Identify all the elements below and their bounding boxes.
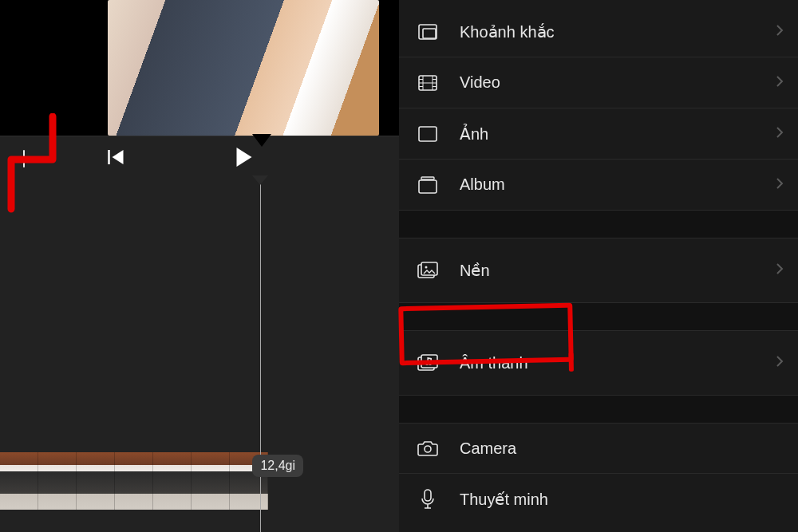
preview-area xyxy=(0,0,399,136)
menu-item-moments[interactable]: Khoảnh khắc xyxy=(399,6,798,57)
menu-item-background[interactable]: Nền xyxy=(399,238,798,303)
menu-item-voiceover[interactable]: Thuyết minh xyxy=(399,474,798,525)
menu-item-album[interactable]: Album xyxy=(399,160,798,211)
section-divider xyxy=(399,396,798,423)
media-source-menu: Khoảnh khắc Video Ảnh xyxy=(399,0,798,532)
menu-label: Camera xyxy=(460,439,784,458)
background-icon xyxy=(417,262,439,279)
svg-rect-1 xyxy=(423,29,436,38)
svg-point-11 xyxy=(425,446,431,452)
menu-item-camera[interactable]: Camera xyxy=(399,423,798,474)
menu-label: Ảnh xyxy=(460,124,776,144)
clip-thumb[interactable] xyxy=(0,452,38,510)
menu-label: Âm thanh xyxy=(460,354,776,372)
menu-section-audio: Âm thanh xyxy=(399,330,798,396)
menu-section-media: Khoảnh khắc Video Ảnh xyxy=(399,0,798,211)
editor-pane: 12,4gi xyxy=(0,0,399,532)
svg-rect-3 xyxy=(419,127,437,141)
preview-thumbnail[interactable] xyxy=(108,0,379,136)
clip-thumb[interactable] xyxy=(115,452,153,510)
camera-icon xyxy=(417,440,439,456)
menu-label: Khoảnh khắc xyxy=(460,22,776,41)
clip-duration-badge: 12,4gi xyxy=(252,455,303,477)
chevron-right-icon xyxy=(776,262,784,278)
svg-rect-10 xyxy=(421,355,437,368)
add-media-button[interactable] xyxy=(6,141,41,176)
clip-thumb[interactable] xyxy=(153,452,192,510)
skip-back-icon xyxy=(106,156,127,169)
chevron-right-icon xyxy=(776,177,784,193)
menu-item-audio[interactable]: Âm thanh xyxy=(399,330,798,396)
clip-thumb[interactable] xyxy=(38,452,77,510)
photo-icon xyxy=(417,126,439,142)
menu-label: Thuyết minh xyxy=(460,490,784,509)
menu-label: Album xyxy=(460,175,776,194)
clip-filmstrip[interactable] xyxy=(0,452,271,510)
moments-icon xyxy=(417,24,439,40)
timeline-track-spacer xyxy=(0,510,399,532)
transport-controls xyxy=(0,136,399,180)
play-icon xyxy=(235,157,254,171)
svg-rect-4 xyxy=(421,177,434,179)
timeline[interactable]: 12,4gi xyxy=(0,180,399,532)
audio-icon xyxy=(417,354,439,372)
mic-icon xyxy=(417,489,439,510)
playhead-line[interactable] xyxy=(260,180,261,532)
chevron-right-icon xyxy=(776,75,784,91)
menu-item-video[interactable]: Video xyxy=(399,57,798,108)
playhead-marker-lower xyxy=(252,175,268,185)
chevron-right-icon xyxy=(776,24,784,40)
svg-rect-5 xyxy=(419,180,437,193)
playhead-marker xyxy=(252,134,271,147)
chevron-right-icon xyxy=(776,126,784,142)
skip-back-button[interactable] xyxy=(106,148,127,170)
chevron-right-icon xyxy=(776,355,784,371)
preview-blank xyxy=(0,0,108,136)
menu-section-background: Nền xyxy=(399,238,798,303)
clip-thumb[interactable] xyxy=(77,452,115,510)
album-icon xyxy=(417,176,439,194)
film-icon xyxy=(417,75,439,91)
plus-icon xyxy=(14,148,34,169)
svg-point-8 xyxy=(425,266,428,269)
section-divider xyxy=(399,303,798,330)
menu-item-photo[interactable]: Ảnh xyxy=(399,108,798,160)
play-button[interactable] xyxy=(235,146,254,171)
clip-thumb[interactable] xyxy=(192,452,230,510)
svg-rect-12 xyxy=(425,490,431,501)
section-divider xyxy=(399,211,798,238)
menu-label: Video xyxy=(460,73,776,92)
menu-label: Nền xyxy=(460,261,776,280)
menu-section-capture: Camera Thuyết minh xyxy=(399,423,798,525)
